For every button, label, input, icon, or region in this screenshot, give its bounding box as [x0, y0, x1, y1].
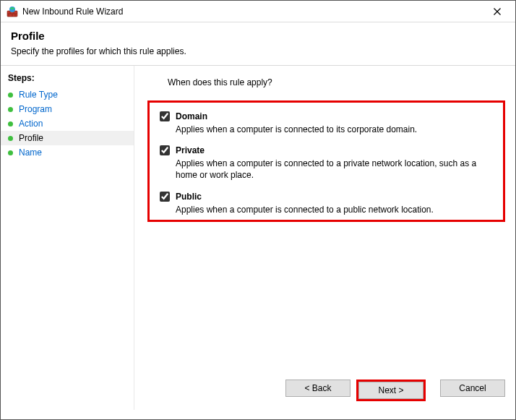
steps-heading: Steps: [1, 70, 134, 87]
option-private-row[interactable]: Private [160, 145, 493, 155]
step-bullet-icon [8, 107, 13, 112]
option-name: Domain [176, 111, 207, 121]
domain-checkbox[interactable] [160, 111, 170, 121]
question-text: When does this rule apply? [168, 77, 505, 87]
option-desc: Applies when a computer is connected to … [176, 158, 493, 181]
page-subtitle: Specify the profiles for which this rule… [11, 46, 505, 56]
option-private: Private Applies when a computer is conne… [160, 145, 493, 181]
window-title: New Inbound Rule Wizard [22, 7, 482, 17]
page-title: Profile [11, 30, 505, 42]
option-public: Public Applies when a computer is connec… [160, 192, 493, 215]
step-profile[interactable]: Profile [1, 131, 134, 145]
step-label: Program [19, 104, 52, 114]
private-checkbox[interactable] [160, 145, 170, 155]
step-label: Action [19, 119, 43, 129]
step-label: Name [19, 147, 42, 158]
button-row: < Back Next > Cancel [285, 380, 505, 401]
sidebar: Steps: Rule Type Program Action Profile … [1, 66, 134, 410]
option-name: Public [176, 192, 202, 202]
option-domain-row[interactable]: Domain [160, 111, 493, 121]
step-program[interactable]: Program [1, 102, 134, 116]
step-bullet-icon [8, 150, 13, 155]
step-bullet-icon [8, 121, 13, 127]
public-checkbox[interactable] [160, 192, 170, 202]
close-icon [494, 8, 501, 15]
back-button[interactable]: < Back [285, 380, 351, 397]
option-public-row[interactable]: Public [160, 192, 493, 202]
next-button[interactable]: Next > [358, 382, 423, 399]
cancel-button[interactable]: Cancel [440, 380, 505, 397]
option-desc: Applies when a computer is connected to … [176, 204, 493, 215]
profiles-highlight-box: Domain Applies when a computer is connec… [147, 100, 505, 222]
step-bullet-icon [8, 93, 13, 98]
step-label: Rule Type [19, 90, 58, 100]
step-rule-type[interactable]: Rule Type [1, 87, 134, 102]
main-panel: When does this rule apply? Domain Applie… [134, 66, 515, 410]
option-domain: Domain Applies when a computer is connec… [160, 111, 493, 135]
step-bullet-icon [8, 136, 13, 141]
option-desc: Applies when a computer is connected to … [176, 124, 493, 135]
body: Steps: Rule Type Program Action Profile … [1, 65, 515, 410]
step-label: Profile [19, 133, 43, 143]
step-name[interactable]: Name [1, 145, 134, 160]
close-button[interactable] [482, 1, 512, 22]
option-name: Private [176, 145, 205, 155]
titlebar: New Inbound Rule Wizard [1, 1, 515, 22]
header: Profile Specify the profiles for which t… [1, 22, 515, 65]
step-action[interactable]: Action [1, 116, 134, 131]
firewall-icon [7, 6, 18, 17]
